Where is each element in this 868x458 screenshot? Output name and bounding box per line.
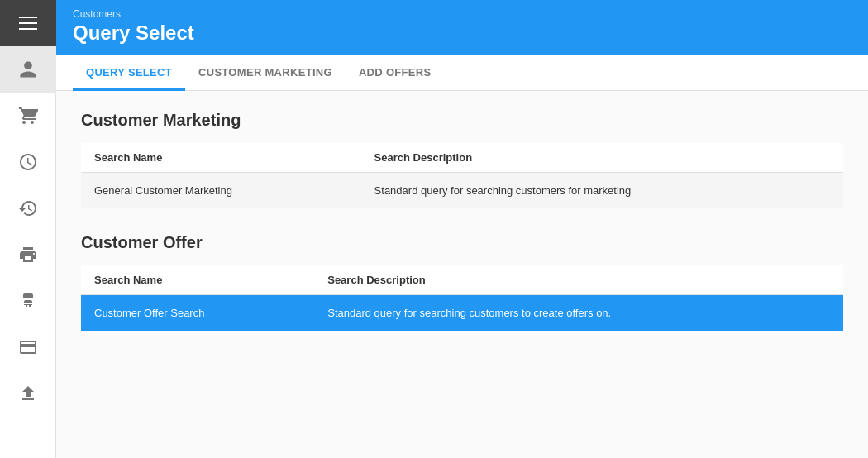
table-header-row-2: Search Name Search Description <box>81 265 843 295</box>
tab-bar: QUERY SELECT CUSTOMER MARKETING ADD OFFE… <box>56 55 868 91</box>
sidebar-icon-upload[interactable] <box>0 370 56 417</box>
hamburger-button[interactable] <box>0 0 56 46</box>
sidebar-icon-history[interactable] <box>0 185 56 231</box>
main-area: Customers Query Select QUERY SELECT CUST… <box>56 0 868 458</box>
row-description: Standard query for searching customers f… <box>361 173 843 209</box>
sidebar-icon-print[interactable] <box>0 231 56 278</box>
table-row[interactable]: General Customer Marketing Standard quer… <box>81 173 843 209</box>
sidebar-icon-person[interactable] <box>0 46 56 93</box>
sidebar <box>0 0 56 458</box>
tab-query-select[interactable]: QUERY SELECT <box>73 55 185 91</box>
row-name-offer: Customer Offer Search <box>81 295 314 332</box>
col-header-desc-1: Search Description <box>361 143 843 173</box>
table-header-row: Search Name Search Description <box>81 143 843 173</box>
page-title: Query Select <box>73 21 851 45</box>
section-customer-marketing: Customer Marketing Search Name Search De… <box>81 111 843 208</box>
sidebar-icon-payment[interactable] <box>0 324 56 370</box>
tab-add-offers[interactable]: ADD OFFERS <box>346 55 445 91</box>
col-header-name-1: Search Name <box>81 143 361 173</box>
col-header-desc-2: Search Description <box>314 265 843 295</box>
customer-offer-table: Search Name Search Description Customer … <box>81 265 843 331</box>
col-header-name-2: Search Name <box>81 265 314 295</box>
section-customer-offer: Customer Offer Search Name Search Descri… <box>81 233 843 331</box>
table-row-selected[interactable]: Customer Offer Search Standard query for… <box>81 295 843 332</box>
breadcrumb: Customers <box>73 8 851 20</box>
row-description-offer: Standard query for searching customers t… <box>314 295 843 332</box>
tab-customer-marketing[interactable]: CUSTOMER MARKETING <box>185 55 346 91</box>
page-header: Customers Query Select <box>56 0 868 55</box>
sidebar-icon-chair[interactable] <box>0 278 56 324</box>
section-title-customer-offer: Customer Offer <box>81 233 843 252</box>
sidebar-icon-cart[interactable] <box>0 93 56 139</box>
section-title-customer-marketing: Customer Marketing <box>81 111 843 130</box>
hamburger-icon <box>19 17 37 30</box>
row-name: General Customer Marketing <box>81 173 361 209</box>
sidebar-icon-clock[interactable] <box>0 139 56 185</box>
content-area: Customer Marketing Search Name Search De… <box>56 91 868 458</box>
customer-marketing-table: Search Name Search Description General C… <box>81 143 843 208</box>
